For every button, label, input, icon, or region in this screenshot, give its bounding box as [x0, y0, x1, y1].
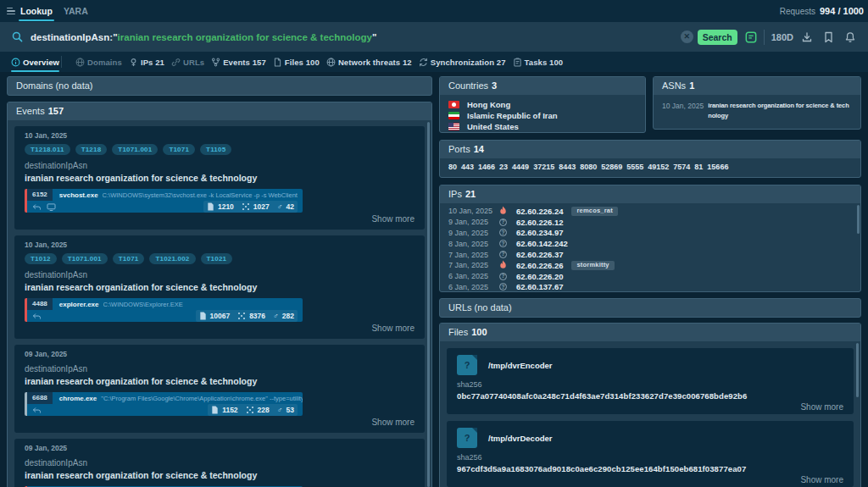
port-value[interactable]: 37215 [533, 163, 554, 171]
asns-panel-header[interactable]: ASNs1 [654, 77, 860, 95]
countries-panel-header[interactable]: Countries3 [440, 77, 645, 95]
port-value[interactable]: 23 [499, 163, 508, 171]
file-hash[interactable]: 0bc77a07740408afc0a248c71d4f63ae7d314bf2… [457, 392, 843, 401]
connections-stat: 8376 [237, 312, 265, 320]
event-card: 10 Jan, 2025T1218.011T1218T1071.001T1071… [14, 126, 425, 230]
tab-events[interactable]: Events 157 [211, 52, 266, 72]
ip-address[interactable]: 62.60.137.67 [516, 282, 563, 291]
process-pid: 6152 [27, 189, 53, 201]
tab-domains[interactable]: Domains [75, 52, 122, 72]
tab-synchronization[interactable]: Synchronization 27 [419, 52, 506, 72]
event-card: 09 Jan, 2025destinationIpAsniranian rese… [14, 345, 425, 433]
port-value[interactable]: 4449 [512, 163, 529, 171]
ip-address[interactable]: 62.60.226.12 [516, 218, 563, 227]
ports-panel-header[interactable]: Ports14 [440, 141, 860, 158]
event-date: 10 Jan, 2025 [25, 131, 415, 140]
mitre-tag[interactable]: T1071.001 [62, 253, 108, 264]
port-value[interactable]: 80 [448, 163, 457, 171]
show-more-link[interactable]: Show more [457, 403, 843, 412]
show-more-link[interactable]: Show more [25, 418, 415, 427]
process-box[interactable]: 4488explorer.exeC:\WINDOWS\Explorer.EXE1… [25, 298, 303, 322]
top-tab-lookup[interactable]: Lookup [20, 0, 53, 22]
events-panel-header[interactable]: Events157 [8, 102, 431, 120]
mitre-tag[interactable]: T1012 [25, 253, 57, 264]
ips-panel-header[interactable]: IPs21 [440, 185, 860, 203]
events-scrollbar[interactable] [427, 122, 430, 487]
process-box[interactable]: 6688chrome.exe"C:\Program Files\Google\C… [25, 392, 303, 416]
search-bar[interactable]: destinationIpAsn:"iranian research organ… [0, 22, 868, 52]
port-value[interactable]: 5555 [626, 163, 643, 171]
country-row[interactable]: United States [448, 121, 637, 132]
bookmark-icon[interactable] [823, 31, 834, 43]
domains-panel[interactable]: Domains (no data) [7, 76, 432, 96]
port-value[interactable]: 52869 [601, 163, 622, 171]
urls-panel[interactable]: URLs (no data) [439, 298, 861, 318]
ip-address[interactable]: 62.60.226.20 [516, 272, 563, 281]
ip-address[interactable]: 62.60.226.37 [516, 250, 563, 259]
malware-tag[interactable]: remcos_rat [571, 207, 617, 216]
files-panel-header[interactable]: Files100 [440, 324, 860, 341]
tab-network-threats[interactable]: Network threats 12 [326, 52, 412, 72]
bell-icon[interactable] [844, 31, 856, 43]
mitre-tag[interactable]: T1218 [75, 144, 108, 155]
port-value[interactable]: 81 [694, 163, 703, 171]
country-name: Islamic Republic of Iran [467, 111, 558, 120]
clear-search-button[interactable]: ✕ [681, 30, 693, 43]
country-name: Hong Kong [467, 100, 510, 109]
ip-row: 9 Jan, 2025?62.60.234.97 [448, 228, 852, 239]
process-box[interactable]: 6152svchost.exeC:\WINDOWS\system32\svcho… [25, 189, 303, 213]
malware-tag[interactable]: stormkitty [571, 261, 614, 270]
event-value[interactable]: iranian research organization for scienc… [25, 471, 415, 480]
hamburger-menu-icon[interactable] [7, 8, 15, 15]
mitre-tag[interactable]: T1071 [163, 144, 195, 155]
content: Domains (no data) Events157 10 Jan, 2025… [0, 72, 868, 487]
ip-address[interactable]: 62.60.142.242 [516, 239, 568, 248]
port-value[interactable]: 8080 [580, 163, 597, 171]
ip-address[interactable]: 62.60.226.26 [516, 261, 563, 270]
country-row[interactable]: Hong Kong [448, 99, 637, 110]
mitre-tag[interactable]: T1021.002 [149, 253, 195, 264]
search-button[interactable]: Search [698, 30, 737, 45]
top-tab-yara[interactable]: YARA [64, 0, 88, 22]
flag-icon-us [448, 123, 459, 130]
file-path[interactable]: /tmp/dvrDecoder [488, 434, 553, 443]
urls-panel-title: URLs (no data) [448, 302, 512, 313]
tab-overview[interactable]: Overview [11, 52, 59, 72]
ip-address[interactable]: 62.60.226.24 [516, 207, 563, 216]
port-value[interactable]: 15666 [707, 163, 728, 171]
files-scrollbar[interactable] [856, 343, 859, 397]
port-value[interactable]: 1466 [478, 163, 495, 171]
show-more-link[interactable]: Show more [457, 476, 843, 484]
mitre-tag[interactable]: T1105 [200, 144, 231, 155]
event-value[interactable]: iranian research organization for scienc… [25, 377, 415, 386]
mitre-tag[interactable]: T1071 [113, 253, 145, 264]
ips-scrollbar[interactable] [857, 205, 860, 234]
asn-name[interactable]: iranian research organization for scienc… [708, 101, 852, 121]
show-more-link[interactable]: Show more [25, 215, 415, 224]
mitre-tag[interactable]: T1071.001 [112, 144, 158, 155]
search-input[interactable]: destinationIpAsn:"iranian research organ… [31, 32, 681, 42]
file-hash[interactable]: 967cdf3d5a9a1683076ad9018c0ae6c290cb125e… [457, 465, 843, 473]
unknown-risk-icon: ? [499, 240, 507, 247]
tab-files[interactable]: Files 100 [273, 52, 320, 72]
mitre-tag[interactable]: T1021 [201, 253, 233, 264]
event-value[interactable]: iranian research organization for scienc… [25, 174, 415, 183]
tab-urls[interactable]: URLs [171, 52, 204, 72]
country-row[interactable]: Islamic Republic of Iran [448, 110, 637, 121]
download-icon[interactable] [801, 31, 813, 43]
port-value[interactable]: 7574 [673, 163, 690, 171]
mitre-tag[interactable]: T1218.011 [25, 144, 70, 155]
port-value[interactable]: 443 [461, 163, 474, 171]
file-path[interactable]: /tmp/dvrEncoder [488, 361, 553, 370]
process-pid: 4488 [27, 298, 53, 310]
event-value[interactable]: iranian research organization for scienc… [25, 283, 415, 292]
port-value[interactable]: 49152 [648, 163, 669, 171]
port-value[interactable]: 8443 [559, 163, 576, 171]
date-range-selector[interactable]: 180D [771, 32, 793, 42]
ip-row: 9 Jan, 2025?62.60.226.12 [448, 217, 852, 228]
show-more-link[interactable]: Show more [25, 324, 415, 333]
ip-address[interactable]: 62.60.234.97 [516, 228, 563, 237]
tab-ips[interactable]: IPs 21 [129, 52, 164, 72]
query-list-icon[interactable] [745, 31, 757, 43]
tab-tasks[interactable]: Tasks 100 [513, 52, 564, 72]
